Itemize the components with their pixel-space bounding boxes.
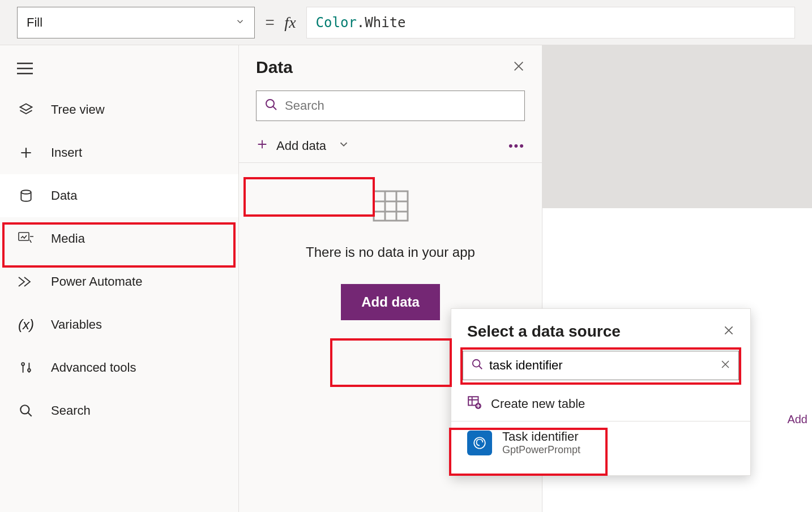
fx-label: fx [284,14,296,32]
formula-value-token: White [365,15,405,31]
sidebar-item-label: Tree view [51,102,105,117]
panel-title: Data [256,58,293,77]
popup-close-button[interactable] [723,324,734,339]
svg-rect-1 [19,233,29,240]
formula-input[interactable]: Color.White [306,7,795,38]
formula-type-token: Color [316,15,357,31]
left-sidebar: Tree view Insert Data Media Power Automa [0,45,239,512]
svg-rect-6 [374,191,408,221]
formula-bar: Fill = fx Color.White [0,0,812,45]
svg-point-4 [20,405,29,414]
sidebar-item-search[interactable]: Search [0,389,238,432]
sidebar-item-data[interactable]: Data [0,174,238,217]
sidebar-item-advanced-tools[interactable]: Advanced tools [0,346,238,389]
sidebar-item-insert[interactable]: Insert [0,131,238,174]
sidebar-item-label: Media [51,231,85,246]
svg-point-0 [21,190,31,194]
empty-state: There is no data in your app Add data [239,163,542,320]
data-source-popup: Select a data source Create new table Ta… [451,308,751,476]
property-selector[interactable]: Fill [17,7,255,38]
media-icon [17,232,35,246]
hamburger-button[interactable] [0,57,238,88]
add-data-button[interactable]: Add data [341,284,440,320]
chevron-down-icon [235,15,245,30]
data-search-box[interactable] [256,91,525,121]
more-options-button[interactable]: ••• [508,139,525,153]
flow-icon [17,275,35,289]
variable-icon: (x) [17,317,35,333]
add-data-label: Add data [276,139,326,153]
database-icon [17,188,35,203]
svg-point-3 [28,369,31,372]
sidebar-item-variables[interactable]: (x) Variables [0,303,238,346]
property-name: Fill [27,15,42,30]
sidebar-item-media[interactable]: Media [0,217,238,260]
plus-icon [17,145,35,160]
sidebar-item-label: Search [51,403,91,418]
add-link[interactable]: Add [787,413,807,426]
search-icon [264,98,278,114]
popup-title: Select a data source [467,322,621,341]
sidebar-item-label: Insert [51,145,82,160]
equals-label: = [265,14,274,32]
formula-dot-token: . [357,15,365,31]
svg-point-5 [266,100,274,107]
sidebar-item-label: Power Automate [51,274,142,289]
chevron-down-icon [337,138,350,154]
tools-icon [17,360,35,375]
data-search-input[interactable] [285,98,516,113]
svg-point-2 [22,363,24,365]
table-plus-icon [467,395,482,413]
search-icon [17,403,35,418]
sidebar-item-tree-view[interactable]: Tree view [0,88,238,131]
sidebar-item-label: Advanced tools [51,360,136,375]
empty-message: There is no data in your app [306,244,475,260]
sidebar-item-label: Variables [51,317,102,332]
plus-icon [256,138,268,154]
layers-icon [17,102,35,118]
add-data-dropdown[interactable]: Add data [256,138,350,154]
close-panel-button[interactable] [512,59,525,76]
create-new-table-button[interactable]: Create new table [451,387,750,421]
create-table-label: Create new table [491,397,585,411]
sidebar-item-power-automate[interactable]: Power Automate [0,260,238,303]
table-icon [373,190,409,244]
sidebar-item-label: Data [51,188,77,203]
